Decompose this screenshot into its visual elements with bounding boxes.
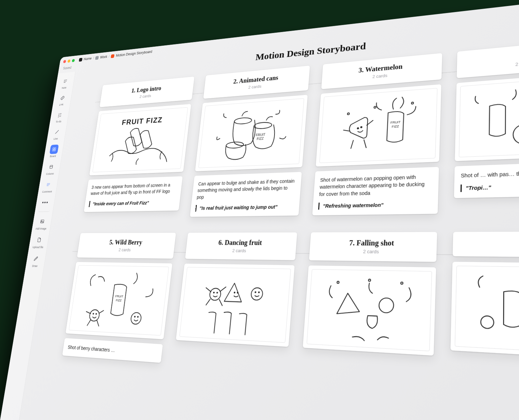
column-header[interactable]: 6. Dancing fruit 2 cards	[185, 232, 297, 260]
card-description: Shot of berry characters …	[67, 344, 157, 357]
tool-draw-label: Draw	[32, 265, 38, 268]
crumb-icon-doc	[111, 54, 115, 58]
column-title: 5. Wild Berry	[83, 239, 171, 246]
svg-text:FIZZ: FIZZ	[256, 136, 264, 141]
svg-rect-1	[54, 148, 56, 149]
card-description: Shot of … with pas… through	[461, 168, 519, 180]
svg-point-28	[234, 292, 235, 293]
main-area: Motion Design Storyboard 1. Logo intro 2…	[14, 7, 519, 420]
svg-text:FRUIT: FRUIT	[115, 294, 124, 298]
sketch-partial	[459, 76, 519, 157]
crumb-work[interactable]: Work	[100, 55, 108, 59]
svg-rect-3	[54, 149, 56, 151]
tool-more[interactable]: •••	[38, 196, 52, 212]
card-description: 3 new cans appear from bottom of screen …	[90, 181, 177, 196]
svg-point-36	[379, 298, 394, 313]
sketch-card[interactable]: FRUIT FIZZ	[89, 104, 191, 176]
board-column-6[interactable]: 6. Dancing fruit 2 cards	[173, 232, 297, 372]
column-card-count	[459, 249, 519, 250]
board-column-8[interactable]: 8.	[450, 231, 519, 396]
tool-todo[interactable]: To-do	[51, 108, 68, 125]
draw-icon	[31, 254, 41, 264]
sketch-card[interactable]: FRUIT FIZZ	[195, 95, 308, 171]
tool-board-label: Board	[50, 155, 56, 158]
tool-note[interactable]: Note	[57, 75, 73, 92]
sketch-card[interactable]: FRUIT FIZZ	[65, 262, 172, 339]
tool-draw[interactable]: Draw	[27, 252, 44, 269]
description-card[interactable]: Shot of … with pas… through "Tropi…"	[454, 161, 519, 198]
description-card[interactable]: 3 new cans appear from bottom of screen …	[84, 176, 183, 212]
sketch-card[interactable]	[303, 265, 436, 356]
tool-column[interactable]: Column	[42, 160, 59, 177]
svg-rect-4	[50, 165, 53, 168]
traffic-lights[interactable]	[63, 59, 75, 63]
description-card[interactable]: Can appear to bulge and shake as if they…	[190, 172, 302, 217]
column-card-count: 2 cards	[82, 247, 169, 252]
board-column-5[interactable]: 5. Wild Berry 2 cards FRUIT FIZZ	[62, 233, 176, 363]
crumb-home[interactable]: Home	[83, 56, 92, 61]
sketch-falling-shot	[307, 269, 432, 351]
board-column-4[interactable]: 4. 2 cards Shot of … with	[454, 39, 519, 214]
tool-column-label: Column	[46, 172, 54, 175]
tool-upload-label: Upload file	[32, 246, 44, 249]
board-icon	[49, 145, 59, 154]
svg-point-37	[337, 281, 339, 283]
description-card[interactable]: Shot of watermelon can popping open with…	[312, 167, 439, 215]
minimize-icon[interactable]	[67, 59, 70, 63]
svg-point-9	[254, 122, 272, 129]
tool-link[interactable]: Link	[54, 91, 70, 108]
svg-point-16	[361, 126, 362, 128]
column-card-count: 2 cards	[315, 248, 431, 255]
sketch-animated-cans: FRUIT FIZZ	[198, 98, 304, 168]
sketch-card[interactable]: FRUIT FIZZ	[316, 84, 441, 167]
link-icon	[58, 93, 67, 103]
svg-point-23	[93, 313, 94, 314]
column-header[interactable]: 7. Falling shot 2 cards	[309, 232, 437, 262]
todo-icon	[55, 110, 64, 120]
sketch-card[interactable]	[450, 262, 519, 359]
description-card[interactable]: Shot of berry characters …	[62, 338, 163, 363]
card-quote: "Tropi…"	[460, 181, 519, 192]
more-icon: •••	[40, 198, 50, 207]
board-column-2[interactable]: 2. Animated cans 2 cards FRUIT FIZZ	[190, 66, 310, 217]
close-icon[interactable]	[63, 60, 66, 63]
svg-point-31	[213, 292, 214, 293]
svg-text:FIZZ: FIZZ	[392, 124, 399, 128]
svg-text:FIZZ: FIZZ	[116, 298, 122, 302]
crumb-sep: /	[108, 54, 110, 58]
board-column-7[interactable]: 7. Falling shot 2 cards	[301, 232, 437, 383]
board-column-1[interactable]: 1. Logo intro 2 cards FRUIT FIZZ	[83, 77, 194, 218]
tool-add-image[interactable]: Add image	[33, 215, 50, 232]
svg-point-22	[89, 309, 100, 321]
zoom-icon[interactable]	[72, 59, 75, 62]
svg-point-6	[41, 221, 42, 221]
board-column-3[interactable]: 3. Watermelon 2 cards FRUIT FIZZ	[312, 53, 442, 215]
tool-line[interactable]: Line	[48, 125, 65, 142]
sketch-card[interactable]	[455, 72, 519, 161]
column-header[interactable]: 5. Wild Berry 2 cards	[77, 233, 176, 259]
card-quote: "Refreshing watermelon"	[318, 200, 432, 210]
column-card-count: 2 cards	[190, 248, 291, 254]
sketch-card[interactable]	[176, 264, 295, 347]
tool-comment[interactable]: Comment	[40, 178, 56, 195]
column-header[interactable]: 8.	[453, 231, 519, 258]
tool-note-label: Note	[62, 86, 67, 89]
crumb-doc[interactable]: Motion Design Storyboard	[116, 50, 152, 58]
crumb-sep: /	[93, 56, 94, 60]
upload-icon	[34, 235, 44, 245]
svg-rect-0	[53, 148, 54, 149]
column-icon	[46, 162, 56, 172]
svg-point-19	[347, 113, 349, 115]
svg-point-33	[251, 288, 263, 300]
tool-upload[interactable]: Upload file	[30, 233, 47, 250]
sketch-watermelon: FRUIT FIZZ	[319, 88, 437, 163]
tool-comment-label: Comment	[42, 190, 52, 193]
svg-point-26	[134, 316, 135, 317]
sketch-logo-intro: FRUIT FIZZ	[92, 107, 188, 173]
svg-point-35	[258, 292, 260, 293]
tool-board[interactable]: Board	[45, 143, 62, 160]
column-title: 6. Dancing fruit	[191, 239, 292, 247]
svg-point-39	[369, 279, 371, 281]
svg-text:FRUIT FIZZ: FRUIT FIZZ	[121, 115, 163, 126]
note-icon	[61, 76, 70, 86]
